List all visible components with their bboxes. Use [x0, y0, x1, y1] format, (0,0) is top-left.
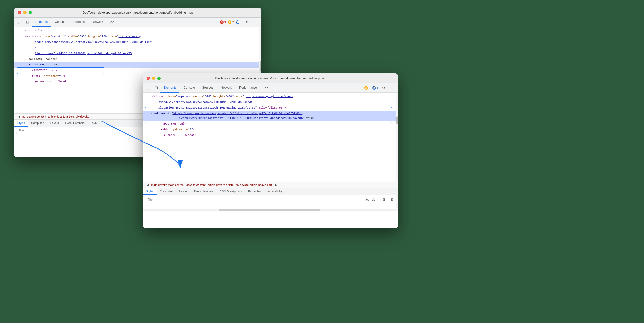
dom-line-allowfullscreen[interactable]: <allowfullscreen> [14, 56, 261, 62]
close-button-1[interactable] [18, 11, 21, 14]
dom-line-p[interactable]: <p>...</p> [14, 28, 261, 34]
error-badge-1: ✕ 9 [220, 20, 226, 24]
breadcrumb-nt[interactable]: nt [21, 115, 26, 118]
styles-tab-eventlisteners-1[interactable]: Event Listeners [62, 120, 88, 127]
breadcrumb-2: ◀ main.devsite-main-content devsite-cont… [143, 182, 398, 188]
tab-more-2[interactable]: >> [261, 83, 271, 93]
breadcrumb-devsite-content-2[interactable]: devsite-content [185, 183, 207, 186]
devtools-window-2: DevTools - developers.google.com/maps/do… [143, 73, 398, 228]
minimize-button-1[interactable] [23, 11, 27, 14]
styles-tab-properties-2[interactable]: Properties [245, 188, 264, 195]
tab-elements-2[interactable]: Elements [160, 83, 179, 93]
styles-tab-dom-1[interactable]: DOM [88, 120, 101, 127]
styles-panel-2: Styles Computed Layout Event Listeners D… [143, 188, 398, 211]
styles-tab-computed-2[interactable]: Computed [157, 188, 176, 195]
tab-performance-2[interactable]: Performance [236, 83, 260, 93]
dom-line-iframe-url[interactable]: oogle.com/maps/embed/v1/streetview?key=A… [14, 39, 261, 45]
dom-line-iframe[interactable]: ▼<iframe class="map-top" width="598" hei… [14, 34, 261, 39]
breadcrumb-devsite-content[interactable]: devsite-content [26, 115, 47, 118]
warn-icon-2: ⚠ [364, 86, 368, 90]
dom-line-html-2[interactable]: ▼<html jstcache="0"> [143, 127, 398, 132]
breadcrumb-div[interactable]: div.devsite [75, 115, 90, 118]
settings-icon-2[interactable]: ⚙ [380, 85, 387, 91]
window-title-1: DevTools - developers.google.com/maps/do… [83, 11, 193, 14]
maximize-button-2[interactable] [157, 77, 161, 80]
device-icon-1[interactable]: ⊡ [24, 19, 31, 26]
tab-network-1[interactable]: Network [89, 18, 106, 27]
warn-badge-2: ⚠ 2 [364, 86, 370, 90]
info-icon-2: 💬 [372, 86, 376, 90]
tab-more-1[interactable]: >> [107, 18, 117, 27]
styles-tab-computed-1[interactable]: Computed [28, 120, 47, 127]
dom-line-iframe2-url[interactable]: embed/v1/streetview?key=AIzaSyAAUH06lMMn… [143, 99, 398, 105]
styles-tab-layout-1[interactable]: Layout [47, 120, 62, 127]
devtools-toolbar-1: ⬚ ⊡ Elements Console Sources Network >> … [14, 18, 261, 27]
breadcrumb-main[interactable]: main.devsite-main-content [150, 183, 185, 186]
breadcrumb-back-1[interactable]: ◀ [16, 113, 21, 120]
window-title-2: DevTools - developers.google.com/maps/do… [215, 77, 326, 80]
devtools-toolbar-2: ⬚ ⊡ Elements Console Sources Network Per… [143, 83, 398, 93]
titlebar-1: DevTools - developers.google.com/maps/do… [14, 8, 261, 18]
info-icon-1: 💬 [236, 20, 239, 24]
devtools-content-2: <iframe class="map-top" width="598" heig… [143, 93, 398, 211]
tab-elements-1[interactable]: Elements [32, 18, 51, 27]
badge-container-2: ⚠ 2 💬 1 ⚙ ⋮ [364, 85, 396, 91]
filter-icon-1[interactable]: ⊡ [380, 196, 387, 203]
inspect-icon-1[interactable]: ⬚ [16, 19, 23, 26]
breadcrumb-back-2[interactable]: ◀ [145, 182, 150, 188]
tab-sources-1[interactable]: Sources [70, 18, 88, 27]
info-badge-1: 💬 1 [236, 20, 242, 24]
dom-line-iframe2-location[interactable]: &location=46.414382,10.013988&pitch=10&h… [143, 105, 398, 111]
maximize-button-1[interactable] [29, 11, 32, 14]
titlebar-2: DevTools - developers.google.com/maps/do… [143, 73, 398, 83]
breadcrumb-div-2[interactable]: div.devsite-article-body.clearfi [235, 183, 273, 186]
styles-tab-accessibility-2[interactable]: Accessibility [264, 188, 286, 195]
tab-console-2[interactable]: Console [181, 83, 198, 93]
error-icon-1: ✕ [220, 20, 224, 24]
dom-line-document[interactable]: ▼ #document == $0 [14, 62, 261, 68]
close-button-2[interactable] [147, 77, 150, 80]
minimize-button-2[interactable] [152, 77, 155, 80]
filter-suffix: :hov .cls + [364, 198, 378, 201]
tab-console-1[interactable]: Console [52, 18, 69, 27]
styles-tab-layout-2[interactable]: Layout [176, 188, 191, 195]
scroll-thumb-1[interactable] [260, 61, 261, 71]
settings-icon-1[interactable]: ⚙ [244, 19, 251, 26]
filter-bar-2: :hov .cls + ⊡ ⊟ [143, 195, 398, 204]
inspect-icon-2[interactable]: ⬚ [145, 85, 152, 91]
filter-icon-2[interactable]: ⊟ [389, 196, 396, 203]
tab-sources-2[interactable]: Sources [199, 83, 217, 93]
tab-network-2[interactable]: Network [218, 83, 235, 93]
dom-line-iframe-url2[interactable]: M [14, 45, 261, 51]
styles-tabs-2: Styles Computed Layout Event Listeners D… [143, 188, 398, 195]
window-controls-2 [147, 77, 161, 80]
info-badge-2: 💬 1 [372, 86, 378, 90]
more-icon-1[interactable]: ⋮ [253, 19, 259, 26]
dom-line-iframe2-top[interactable]: <iframe class="map-top" width="598" heig… [143, 94, 398, 99]
dom-line-iframe-location[interactable]: &location=46.414382,10.013988&pitch=10&h… [14, 51, 261, 56]
styles-tab-eventlisteners-2[interactable]: Event Listeners [191, 188, 217, 195]
badge-container-1: ✕ 9 ⚠ 2 💬 1 ⚙ ⋮ [220, 19, 259, 26]
dom-line-doctype-2[interactable]: <!DOCTYPE html> [143, 121, 398, 127]
more-icon-2[interactable]: ⋮ [389, 85, 396, 91]
breadcrumb-forward-2[interactable]: ▶ [273, 182, 279, 188]
warn-badge-1: ⚠ 2 [228, 20, 234, 24]
scroll-thumb-2[interactable] [396, 116, 398, 124]
styles-tab-styles-2[interactable]: Styles [143, 188, 157, 195]
breadcrumb-article[interactable]: article.devsite-article [47, 115, 75, 118]
filter-input-2[interactable] [145, 197, 362, 202]
styles-tab-dombreakpoints-2[interactable]: DOM Breakpoints [217, 188, 245, 195]
dom-line-doctype[interactable]: <!DOCTYPE html> [14, 68, 261, 73]
styles-tab-styles-1[interactable]: Styles [14, 120, 28, 127]
warn-icon-1: ⚠ [228, 20, 231, 24]
window-controls-1 [18, 11, 32, 14]
breadcrumb-article-2[interactable]: article.devsite-article [207, 183, 235, 186]
dom-line-head-2[interactable]: ▶<head> ··· </head> [143, 132, 398, 138]
device-icon-2[interactable]: ⊡ [153, 85, 159, 91]
dom-line-document-2[interactable]: ▼ #document (https://www.google.com/maps… [143, 111, 398, 121]
